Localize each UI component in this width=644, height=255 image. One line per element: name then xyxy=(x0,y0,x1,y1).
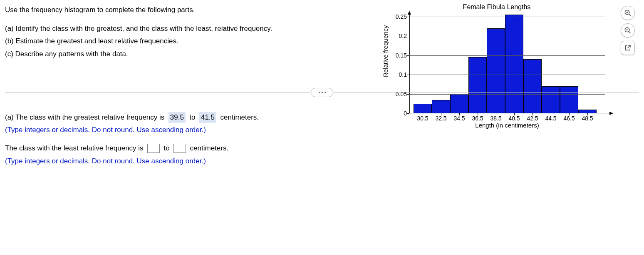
zoom-in-icon[interactable] xyxy=(621,6,635,20)
question-text: Use the frequency histogram to complete … xyxy=(5,4,371,62)
x-tick-label: 44.5 xyxy=(545,115,556,122)
chart-tools xyxy=(621,6,635,55)
y-axis-label: Relative frequency xyxy=(382,25,389,77)
x-tick-label: 38.5 xyxy=(490,115,501,122)
y-tick-label: 0.2 xyxy=(390,32,407,39)
x-tick-label: 42.5 xyxy=(527,115,538,122)
question-part-a: (a) Identify the class with the greatest… xyxy=(5,24,371,34)
answer-least-prefix: The class with the least relative freque… xyxy=(5,144,144,152)
section-divider xyxy=(5,88,639,97)
svg-line-5 xyxy=(629,31,631,33)
least-high-input[interactable] xyxy=(173,144,186,153)
answer-a-low[interactable]: 39.5 xyxy=(168,112,186,123)
y-tick-label: 0.25 xyxy=(390,13,407,20)
x-tick-label: 40.5 xyxy=(508,115,520,122)
x-tick-label: 30.5 xyxy=(417,115,428,122)
histogram-bar xyxy=(578,110,597,113)
answer-least-hint: (Type integers or decimals. Do not round… xyxy=(5,156,639,167)
question-intro: Use the frequency histogram to complete … xyxy=(5,5,371,15)
histogram-bar xyxy=(505,15,523,113)
svg-line-1 xyxy=(629,14,631,16)
least-low-input[interactable] xyxy=(147,144,160,153)
y-tick-label: 0 xyxy=(390,110,407,117)
question-part-c: (c) Describe any patterns with the data. xyxy=(5,49,371,60)
histogram-bar xyxy=(432,100,450,113)
x-tick-label: 32.5 xyxy=(435,115,446,122)
chart-pane: Female Fibula Lengths Relative frequency… xyxy=(379,4,639,62)
x-tick-label: 36.5 xyxy=(472,115,483,122)
svg-line-7 xyxy=(627,45,630,48)
y-tick-label: 0.1 xyxy=(390,71,407,78)
histogram-bar xyxy=(468,57,487,113)
histogram-bar xyxy=(487,28,505,113)
histogram-chart: Relative frequency 00.050.10.150.20.25 3… xyxy=(384,12,617,138)
y-tick-label: 0.15 xyxy=(390,52,407,59)
x-tick-label: 48.5 xyxy=(582,115,593,122)
histogram-bar xyxy=(414,104,432,113)
answer-a-high[interactable]: 41.5 xyxy=(199,112,216,123)
expand-button[interactable] xyxy=(311,88,333,97)
chart-title: Female Fibula Lengths xyxy=(379,3,614,11)
x-tick-label: 34.5 xyxy=(453,115,465,122)
x-axis-label: Length (in centimeters) xyxy=(409,122,605,129)
zoom-out-icon[interactable] xyxy=(621,23,635,38)
answer-a-prefix: (a) The class with the greatest relative… xyxy=(5,113,164,121)
histogram-bar xyxy=(523,59,542,113)
question-part-b: (b) Estimate the greatest and least rela… xyxy=(5,36,371,47)
histogram-bar xyxy=(450,94,468,113)
open-in-new-icon[interactable] xyxy=(621,41,635,55)
x-tick-label: 46.5 xyxy=(563,115,575,122)
